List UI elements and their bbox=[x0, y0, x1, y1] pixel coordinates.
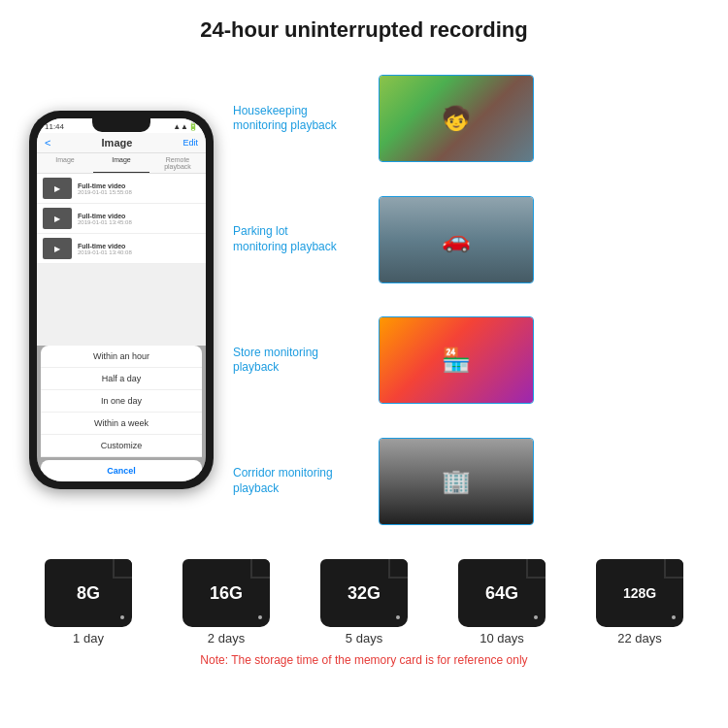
page-title: 24-hour uninterrupted recording bbox=[0, 0, 728, 52]
dropdown-item-5[interactable]: Customize bbox=[41, 435, 202, 457]
corridor-photo: 🏢 bbox=[380, 439, 533, 524]
sd-label-8g: 8G bbox=[77, 583, 100, 604]
sd-card-16g: 16G bbox=[182, 559, 270, 627]
monitoring-item-store: Store monitoringplayback 🏪 bbox=[233, 302, 709, 419]
card-8g: 8G 1 day bbox=[45, 559, 132, 645]
storage-note: Note: The storage time of the memory car… bbox=[19, 653, 709, 667]
monitoring-item-corridor: Corridor monitoringplayback 🏢 bbox=[233, 423, 709, 541]
monitoring-image-corridor: 🏢 bbox=[379, 438, 534, 525]
phone-outer: 11:44 ▲▲🔋 < Image Edit Image Image Remot… bbox=[29, 111, 214, 489]
sd-dot-64g bbox=[534, 615, 538, 619]
video-title-1: Full-time video bbox=[78, 182, 200, 189]
monitoring-label-parking: Parking lotmonitoring playback bbox=[233, 224, 369, 254]
sd-label-32g: 32G bbox=[347, 583, 381, 604]
video-item-2[interactable]: Full-time video 2019-01-01 13:45:08 bbox=[37, 204, 206, 234]
video-title-2: Full-time video bbox=[78, 213, 200, 219]
app-tabs: Image Image Remote playback bbox=[37, 153, 206, 174]
monitoring-image-store: 🏪 bbox=[379, 316, 534, 404]
monitoring-label-housekeeping: Housekeepingmonitoring playback bbox=[233, 104, 369, 134]
dropdown-cancel[interactable]: Cancel bbox=[41, 460, 202, 481]
tab-image[interactable]: Image bbox=[37, 153, 93, 173]
video-info-2: Full-time video 2019-01-01 13:45:08 bbox=[78, 213, 200, 225]
dropdown-overlay: Within an hour Half a day In one day Wit… bbox=[37, 346, 206, 481]
back-button[interactable]: < bbox=[45, 137, 50, 149]
video-thumb-2 bbox=[43, 208, 72, 229]
housekeeping-photo: 🧒 bbox=[380, 76, 533, 161]
video-item-3[interactable]: Full-time video 2019-01-01 13:40:08 bbox=[37, 234, 206, 264]
storage-cards-row: 8G 1 day 16G 2 days 32G 5 days 64G bbox=[19, 559, 709, 645]
tab-remote[interactable]: Remote playback bbox=[149, 153, 206, 173]
video-date-3: 2019-01-01 13:40:08 bbox=[78, 249, 200, 255]
dropdown-menu: Within an hour Half a day In one day Wit… bbox=[41, 346, 202, 457]
edit-button[interactable]: Edit bbox=[182, 138, 198, 148]
dropdown-item-2[interactable]: Half a day bbox=[41, 368, 202, 390]
video-title-3: Full-time video bbox=[78, 243, 200, 249]
sd-label-16g: 16G bbox=[210, 583, 243, 604]
card-128g: 128G 22 days bbox=[596, 559, 683, 645]
video-item-1[interactable]: Full-time video 2019-01-01 15:55:08 bbox=[37, 174, 206, 204]
sd-dot-16g bbox=[258, 615, 262, 619]
video-info-3: Full-time video 2019-01-01 13:40:08 bbox=[78, 243, 200, 255]
sd-label-64g: 64G bbox=[485, 583, 518, 604]
monitoring-item-housekeeping: Housekeepingmonitoring playback 🧒 bbox=[233, 60, 709, 178]
monitoring-section: Housekeepingmonitoring playback 🧒 Parkin… bbox=[233, 52, 709, 547]
monitoring-image-housekeeping: 🧒 bbox=[379, 75, 534, 162]
status-time: 11:44 bbox=[45, 122, 64, 131]
store-photo: 🏪 bbox=[380, 317, 533, 403]
app-header: < Image Edit bbox=[37, 133, 206, 153]
dropdown-item-1[interactable]: Within an hour bbox=[41, 346, 202, 368]
card-16g: 16G 2 days bbox=[182, 559, 270, 645]
monitoring-image-parking: 🚗 bbox=[379, 196, 534, 283]
parking-photo: 🚗 bbox=[380, 197, 533, 282]
days-16g: 2 days bbox=[208, 631, 245, 645]
sd-dot-128g bbox=[672, 615, 676, 619]
monitoring-label-corridor: Corridor monitoringplayback bbox=[233, 466, 369, 496]
days-8g: 1 day bbox=[73, 631, 104, 645]
sd-card-8g: 8G bbox=[45, 559, 132, 627]
sd-card-128g: 128G bbox=[596, 559, 683, 627]
sd-card-32g: 32G bbox=[320, 559, 408, 627]
phone-screen: 11:44 ▲▲🔋 < Image Edit Image Image Remot… bbox=[37, 118, 206, 481]
app-title: Image bbox=[102, 137, 133, 149]
sd-dot-32g bbox=[396, 615, 400, 619]
card-32g: 32G 5 days bbox=[320, 559, 408, 645]
monitoring-item-parking: Parking lotmonitoring playback 🚗 bbox=[233, 182, 709, 299]
video-thumb-3 bbox=[43, 238, 72, 259]
days-64g: 10 days bbox=[480, 631, 524, 645]
sd-card-64g: 64G bbox=[458, 559, 546, 627]
phone-mockup: 11:44 ▲▲🔋 < Image Edit Image Image Remot… bbox=[19, 52, 223, 547]
main-content: 11:44 ▲▲🔋 < Image Edit Image Image Remot… bbox=[0, 52, 728, 547]
card-64g: 64G 10 days bbox=[458, 559, 546, 645]
status-icons: ▲▲🔋 bbox=[173, 122, 198, 131]
monitoring-label-store: Store monitoringplayback bbox=[233, 346, 369, 376]
tab-image2[interactable]: Image bbox=[93, 153, 149, 173]
sd-label-128g: 128G bbox=[623, 585, 656, 601]
days-32g: 5 days bbox=[346, 631, 382, 645]
video-list: Full-time video 2019-01-01 15:55:08 Full… bbox=[37, 174, 206, 264]
dropdown-item-3[interactable]: In one day bbox=[41, 390, 202, 413]
video-info-1: Full-time video 2019-01-01 15:55:08 bbox=[78, 182, 200, 195]
sd-dot-8g bbox=[120, 615, 124, 619]
phone-notch bbox=[92, 118, 150, 132]
video-date-1: 2019-01-01 15:55:08 bbox=[78, 189, 200, 195]
days-128g: 22 days bbox=[617, 631, 662, 645]
video-date-2: 2019-01-01 13:45:08 bbox=[78, 219, 200, 225]
storage-section: 8G 1 day 16G 2 days 32G 5 days 64G bbox=[0, 547, 728, 675]
dropdown-item-4[interactable]: Within a week bbox=[41, 413, 202, 435]
video-thumb-1 bbox=[43, 178, 72, 199]
